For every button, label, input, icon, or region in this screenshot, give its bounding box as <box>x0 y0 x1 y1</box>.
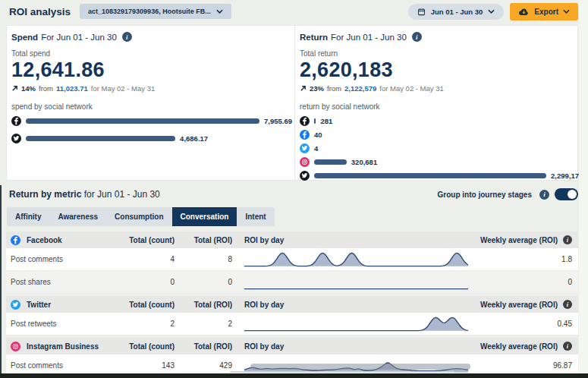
column-header-total-count: Total (count) <box>124 342 175 351</box>
spend-delta: 14% from 11,023.71 for May 02 - May 31 <box>11 84 287 93</box>
total-return-label: Total return <box>300 49 583 58</box>
network-bar <box>314 118 316 124</box>
date-range-picker[interactable]: Jun 01 - Jun 30 <box>408 4 505 20</box>
metric-total-roi: 8 <box>175 255 232 263</box>
tab-conversation[interactable]: Conversation <box>172 207 237 226</box>
account-selector[interactable]: act_108329179309936, Hootsuite FB... <box>80 4 231 19</box>
info-icon[interactable] <box>563 235 572 244</box>
horizontal-scrollbar-thumb[interactable] <box>250 364 470 370</box>
return-delta-period: for May 02 - May 31 <box>379 84 443 93</box>
info-icon[interactable] <box>539 190 549 200</box>
metric-label: Post comments <box>11 361 124 370</box>
metric-label: Post retweets <box>11 320 124 328</box>
journey-stages-toggle[interactable] <box>555 188 578 200</box>
horizontal-scrollbar-track[interactable] <box>230 371 454 373</box>
spend-panel: Spend For Jun 01 - Jun 30 Total spend 12… <box>7 26 295 180</box>
facebook-icon <box>300 130 310 140</box>
spend-breakdown-label: spend by social network <box>11 102 287 111</box>
spend-previous-value-link[interactable]: 11,023.71 <box>56 84 88 93</box>
roi-by-day-cell <box>232 250 475 269</box>
calendar-icon <box>417 8 426 16</box>
metric-total-count: 4 <box>124 255 175 263</box>
table-group-header: Facebook Total (count) Total (ROI) ROI b… <box>6 232 578 248</box>
return-by-metric-header: Return by metric for Jun 01 - Jun 30 Gro… <box>6 187 578 201</box>
metric-total-count: 0 <box>124 278 175 286</box>
return-previous-value-link[interactable]: 2,122,579 <box>344 84 376 93</box>
column-header-weekly-average-label: Weekly average (ROI) <box>480 301 558 309</box>
window-left-edge <box>0 185 2 373</box>
network-bar-value: 281 <box>320 117 332 125</box>
toggle-knob <box>568 190 577 199</box>
metric-weekly-average: 0.45 <box>475 320 572 328</box>
network-bar-row: 4 <box>300 143 583 153</box>
network-bar-row: 320,681 <box>300 157 583 167</box>
total-return-value: 2,620,183 <box>300 58 583 82</box>
trend-up-icon <box>300 85 307 92</box>
column-header-total-roi: Total (ROI) <box>175 301 232 309</box>
facebook-dark-icon <box>11 116 21 126</box>
table-group-header: Twitter Total (count) Total (ROI) ROI by… <box>6 296 578 313</box>
facebook-dark-icon <box>300 116 310 126</box>
table-row: Post comments 4 8 1.8 <box>6 248 578 271</box>
return-delta-word: from <box>327 84 341 93</box>
return-panel: Return For Jun 01 - Jun 30 Total return … <box>295 26 588 180</box>
spend-delta-pct: 14% <box>21 84 36 93</box>
metric-total-count: 2 <box>124 320 175 328</box>
tab-affinity[interactable]: Affinity <box>7 207 49 226</box>
roi-by-day-cell <box>232 272 475 292</box>
export-button[interactable]: Export <box>510 3 578 20</box>
roi-by-day-cell <box>232 314 475 334</box>
trend-up-icon <box>11 85 18 92</box>
column-header-weekly-average-label: Weekly average (ROI) <box>480 342 558 351</box>
column-header-weekly-average-label: Weekly average (ROI) <box>480 236 558 244</box>
roi-analysis-page: ROI analysis act_108329179309936, Hootsu… <box>0 0 588 378</box>
metric-weekly-average: 0 <box>475 278 572 286</box>
instagram-icon <box>11 342 20 351</box>
roi-sparkline <box>244 272 468 292</box>
twitter-icon <box>300 143 310 153</box>
top-bar-actions: Jun 01 - Jun 30 Export <box>408 3 578 20</box>
network-bar-value: 320,681 <box>351 158 377 166</box>
column-header-weekly-average: Weekly average (ROI) <box>475 342 572 351</box>
return-by-metric-title: Return by metric for Jun 01 - Jun 30 <box>9 189 160 200</box>
window-bottom-edge <box>0 373 588 378</box>
journey-stages-control: Group into journey stages <box>438 188 578 200</box>
metric-total-roi: 429 <box>175 361 232 370</box>
table-group-header: Instagram Business Total (count) Total (… <box>6 338 578 354</box>
spend-delta-period: for May 02 - May 31 <box>91 84 155 93</box>
network-bar <box>26 118 259 124</box>
info-icon[interactable] <box>563 342 572 351</box>
return-delta-pct: 23% <box>310 84 324 93</box>
column-header-roi-by-day: ROI by day <box>232 342 475 351</box>
group-network-name: Twitter <box>27 301 51 309</box>
date-range-label: Jun 01 - Jun 30 <box>431 8 483 16</box>
return-breakdown-label: return by social network <box>300 102 583 111</box>
info-icon[interactable] <box>412 32 422 42</box>
group-network: Twitter <box>11 300 124 310</box>
table-row: Post retweets 2 2 0.45 <box>6 313 578 335</box>
return-by-metric-period: for Jun 01 - Jun 30 <box>84 189 160 200</box>
network-bar-value: 2,299,177 <box>551 172 583 180</box>
column-header-total-count: Total (count) <box>124 236 175 244</box>
return-network-bars: 281 40 4 320,681 2,299,177 <box>300 116 583 181</box>
network-bar-value: 7,955.69 <box>264 117 292 125</box>
group-network: Facebook <box>11 235 124 245</box>
info-icon[interactable] <box>122 32 132 42</box>
network-bar <box>26 136 175 141</box>
metric-label: Post comments <box>11 255 124 263</box>
metric-label: Post shares <box>11 278 124 286</box>
metric-total-roi: 0 <box>175 278 232 286</box>
twitter-dark-icon <box>300 171 310 181</box>
tab-intent[interactable]: Intent <box>237 207 274 226</box>
export-button-label: Export <box>534 8 558 16</box>
chevron-down-icon <box>216 9 223 14</box>
metric-weekly-average: 96.87 <box>475 361 572 370</box>
tab-awareness[interactable]: Awareness <box>49 207 106 226</box>
return-by-metric-title-label: Return by metric <box>9 189 81 200</box>
group-network-name: Instagram Business <box>27 342 99 351</box>
metrics-table: Facebook Total (count) Total (ROI) ROI b… <box>6 232 578 377</box>
tab-consumption[interactable]: Consumption <box>106 207 171 226</box>
column-header-total-roi: Total (ROI) <box>175 236 232 244</box>
network-bar-row: 7,955.69 <box>11 116 287 126</box>
info-icon[interactable] <box>563 300 572 309</box>
